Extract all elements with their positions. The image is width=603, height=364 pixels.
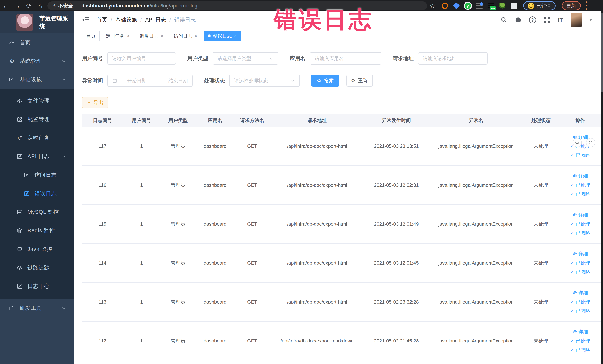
text-size-icon[interactable]: tT: [557, 17, 563, 23]
mark-processed-link[interactable]: ✓ 已处理: [570, 182, 590, 188]
detail-link[interactable]: 详细: [573, 212, 588, 218]
chevron-up-icon: [61, 154, 66, 159]
security-chip[interactable]: ⚠ 不安全: [52, 3, 73, 9]
sidebar-item-access-log[interactable]: 访问日志: [0, 166, 74, 184]
mark-processed-link[interactable]: ✓ 已处理: [570, 299, 590, 305]
reload-icon[interactable]: ⟳: [23, 2, 35, 10]
search-icon[interactable]: [500, 16, 507, 23]
app-logo-row[interactable]: 芋道管理系统: [0, 12, 74, 33]
home-icon[interactable]: ⌂: [35, 2, 46, 10]
show-search-icon[interactable]: [573, 138, 582, 147]
sidebar-item-tracing[interactable]: 链路追踪: [0, 258, 74, 277]
sidebar-item-infrastructure[interactable]: 基础设施: [0, 70, 74, 89]
app-name-field[interactable]: [310, 52, 381, 65]
export-button[interactable]: 导出: [82, 97, 108, 108]
sidebar-fold-icon[interactable]: [82, 16, 90, 23]
sidebar-item-mysql-monitor[interactable]: MySQL 监控: [0, 203, 74, 221]
search-button[interactable]: 搜索: [311, 75, 339, 87]
breadcrumb-error-log: 错误日志: [174, 16, 196, 23]
scrollbar-thumb[interactable]: [601, 13, 603, 92]
mark-processed-link[interactable]: ✓ 已处理: [570, 338, 590, 344]
sidebar-item-home[interactable]: 首页: [0, 33, 74, 52]
app-name-input[interactable]: [315, 56, 376, 61]
close-icon[interactable]: ×: [195, 34, 197, 38]
extension-icon-gem[interactable]: [453, 2, 460, 9]
edit-icon: [17, 117, 23, 122]
tab-access-log[interactable]: 访问日志×: [170, 31, 201, 41]
avatar[interactable]: [570, 13, 582, 27]
mark-ignored-link[interactable]: ✓ 已忽略: [570, 269, 590, 275]
reset-button[interactable]: ⟳ 重置: [347, 75, 373, 87]
close-icon[interactable]: ×: [127, 34, 129, 38]
bookmark-star-icon[interactable]: ☆: [430, 2, 435, 9]
table-row[interactable]: 116 1 管理员 dashboard GET /api/infra/db-do…: [82, 166, 602, 205]
browser-menu-icon[interactable]: •••: [585, 0, 589, 11]
tab-dispatch-log[interactable]: 调度日志×: [136, 31, 167, 41]
request-url-input[interactable]: [423, 56, 483, 61]
update-button[interactable]: 更新: [562, 1, 581, 10]
mark-ignored-link[interactable]: ✓ 已忽略: [570, 152, 590, 159]
sidebar-item-log-center[interactable]: 日志中心: [0, 277, 74, 295]
chevron-down-icon: [61, 306, 66, 311]
sidebar-item-file-management[interactable]: 文件管理: [0, 92, 74, 110]
extension-icon-grid[interactable]: [476, 3, 483, 9]
user-id-input[interactable]: [112, 56, 171, 61]
mark-ignored-link[interactable]: ✓ 已忽略: [570, 308, 590, 314]
detail-link[interactable]: 详细: [573, 329, 588, 335]
cell-exception-name: java.lang.IllegalArgumentException: [429, 299, 523, 305]
mark-ignored-link[interactable]: ✓ 已忽略: [570, 347, 590, 353]
extension-icon-plant[interactable]: [499, 3, 506, 9]
breadcrumb-home[interactable]: 首页: [97, 16, 107, 23]
tab-home[interactable]: 首页: [82, 31, 100, 41]
mark-ignored-link[interactable]: ✓ 已忽略: [570, 191, 590, 198]
process-status-select[interactable]: 请选择处理状态: [229, 75, 300, 87]
sidebar-item-system[interactable]: ⚙ 系统管理: [0, 52, 74, 70]
extension-icon-switch[interactable]: on: [488, 3, 494, 9]
close-icon[interactable]: ×: [234, 34, 237, 38]
mark-processed-link[interactable]: ✓ 已处理: [570, 221, 590, 227]
detail-link[interactable]: 详细: [573, 290, 588, 296]
user-type-select[interactable]: 请选择用户类型: [213, 52, 278, 65]
table-row[interactable]: 113 1 管理员 dashboard GET /api/infra/db-do…: [82, 282, 602, 322]
tab-error-log[interactable]: 错误日志×: [204, 31, 241, 41]
sidebar-item-redis-monitor[interactable]: Redis 监控: [0, 221, 74, 240]
calendar-icon: [112, 78, 117, 83]
sidebar-item-dev-tools[interactable]: 研发工具: [0, 299, 74, 317]
mark-processed-link[interactable]: ✓ 已处理: [570, 260, 590, 266]
back-icon[interactable]: ←: [0, 2, 12, 10]
scrollbar[interactable]: [601, 12, 603, 364]
table-row[interactable]: 117 1 管理员 dashboard GET /api/infra/db-do…: [82, 127, 602, 166]
fullscreen-icon[interactable]: [544, 16, 550, 23]
url-host: dashboard.yudao.iocoder.cn: [81, 3, 150, 9]
breadcrumb-api-log[interactable]: API 日志: [145, 16, 166, 23]
sidebar-item-scheduled-jobs[interactable]: ↺ 定时任务: [0, 129, 74, 147]
cell-method: GET: [234, 143, 270, 149]
forward-icon[interactable]: →: [12, 2, 23, 10]
table-row[interactable]: 114 1 管理员 dashboard GET /api/infra/db-do…: [82, 244, 602, 282]
sidebar-item-config-management[interactable]: 配置管理: [0, 110, 74, 129]
request-url-field[interactable]: [418, 52, 487, 65]
sidebar-item-java-monitor[interactable]: Java 监控: [0, 240, 74, 258]
mark-ignored-link[interactable]: ✓ 已忽略: [570, 230, 590, 236]
sidebar-item-error-log[interactable]: 错误日志: [0, 184, 74, 203]
detail-link[interactable]: 详细: [573, 251, 588, 257]
avatar-caret-icon[interactable]: ▾: [590, 17, 592, 23]
close-icon[interactable]: ×: [161, 34, 163, 38]
github-icon[interactable]: [515, 16, 522, 23]
sidebar-item-api-log[interactable]: API 日志: [0, 147, 74, 166]
breadcrumb-infrastructure[interactable]: 基础设施: [116, 16, 137, 23]
date-range-picker[interactable]: 开始日期 - 结束日期: [107, 75, 193, 87]
refresh-table-icon[interactable]: [586, 138, 595, 147]
extension-icon-orange[interactable]: [442, 3, 448, 9]
detail-link[interactable]: 详细: [573, 173, 588, 179]
user-id-field[interactable]: [107, 52, 176, 65]
table-row[interactable]: 112 1 管理员 dashboard GET /api/infra/db-do…: [82, 322, 602, 361]
tab-scheduled-jobs[interactable]: 定时任务×: [102, 31, 133, 41]
check-icon: ✓: [570, 153, 574, 158]
on-badge: on: [490, 6, 496, 10]
extensions-puzzle-icon[interactable]: [511, 3, 517, 9]
table-row[interactable]: 115 1 管理员 dashboard GET /api/infra/db-do…: [82, 205, 602, 244]
help-icon[interactable]: ?: [529, 16, 536, 23]
extension-icon-y[interactable]: y: [465, 3, 471, 9]
profile-paused-pill[interactable]: 已暂停: [523, 1, 556, 10]
